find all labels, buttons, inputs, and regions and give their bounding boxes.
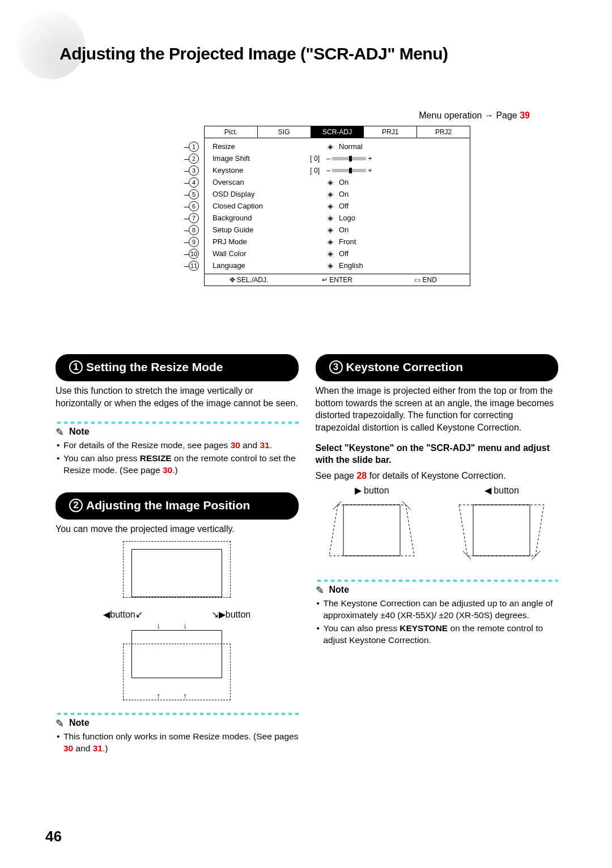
osd-row-name: Language: [208, 261, 273, 270]
section2-number: 2: [69, 499, 83, 512]
osd-tab: SIG: [258, 126, 311, 138]
section2-note-list: This function only works in some Resize …: [56, 729, 299, 755]
osd-tab: SCR-ADJ: [311, 126, 364, 138]
section1-note-list: For details of the Resize mode, see page…: [56, 437, 299, 476]
note-icon: ✎: [316, 584, 327, 595]
note-icon: ✎: [56, 426, 67, 437]
osd-row-name: Overscan: [208, 178, 273, 186]
trapezoid-icon: [456, 499, 547, 561]
osd-row: OSD Display◈On: [208, 188, 466, 200]
osd-row-slider: –+: [324, 166, 466, 175]
osd-row-name: Background: [208, 214, 273, 222]
diamond-arrow-icon: ◈: [324, 237, 337, 246]
right-column: 3Keystone Correction When the image is p…: [316, 354, 559, 756]
osd-footer-enter: ↵ ENTER: [293, 274, 381, 286]
osd-row-mid: [ 0]: [273, 155, 324, 163]
right-triangle-icon: ▶: [355, 486, 362, 495]
osd-tabs: Pict.SIGSCR-ADJPRJ1PRJ2: [205, 126, 470, 138]
osd-row-value: On: [337, 190, 466, 198]
list-item: You can also press KEYSTONE on the remot…: [317, 623, 559, 646]
svg-marker-4: [459, 505, 544, 556]
osd-footer-end: ▭ END: [381, 274, 470, 286]
svg-marker-5: [473, 505, 530, 556]
osd-row-number: 1: [189, 142, 199, 152]
osd-row-number: 5: [189, 189, 199, 199]
page-number: 46: [45, 828, 62, 845]
osd-row-name: OSD Display: [208, 190, 273, 198]
section2-header: 2Adjusting the Image Position: [56, 492, 299, 520]
section1-title: Setting the Resize Mode: [86, 360, 223, 373]
osd-row-number: 10: [189, 249, 199, 259]
osd-tab: Pict.: [205, 126, 258, 138]
list-item: You can also press RESIZE on the remote …: [57, 453, 299, 476]
button-label: button: [494, 486, 518, 495]
osd-tab: PRJ2: [417, 126, 470, 138]
list-item: For details of the Resize mode, see page…: [57, 440, 299, 452]
section3-note-list: The Keystone Correction can be adjusted …: [316, 595, 559, 646]
menu-operation-ref: Menu operation → Page 39: [419, 110, 530, 121]
page-title: Adjusting the Projected Image ("SCR-ADJ"…: [60, 44, 448, 63]
left-triangle-icon: ◀: [103, 609, 110, 620]
section2-title: Adjusting the Image Position: [86, 499, 250, 512]
osd-row: PRJ Mode◈Front: [208, 236, 466, 248]
osd-row: Background◈Logo: [208, 212, 466, 224]
section3-seeline: See page 28 for details of Keystone Corr…: [316, 470, 559, 482]
osd-row-name: Image Shift: [208, 154, 273, 163]
section3-header: 3Keystone Correction: [316, 354, 559, 381]
osd-footer: ✥ SEL./ADJ. ↵ ENTER ▭ END: [205, 274, 470, 286]
osd-row-value: On: [337, 178, 466, 186]
osd-row-name: Setup Guide: [208, 225, 273, 234]
section1-para: Use this function to stretch the image v…: [56, 385, 299, 409]
osd-row: Image Shift[ 0]–+: [208, 152, 466, 164]
note-label: Note: [329, 585, 350, 595]
arrow-se-icon: ↘: [211, 609, 219, 620]
list-item: The Keystone Correction can be adjusted …: [317, 598, 559, 622]
osd-rows: Resize◈NormalImage Shift[ 0]–+Keystone[ …: [205, 138, 470, 274]
osd-row-number: 7: [189, 213, 199, 223]
section1-header: 1Setting the Resize Mode: [56, 354, 299, 381]
osd-row-value: Logo: [337, 214, 466, 222]
trapezoid-icon: [326, 499, 417, 561]
diamond-arrow-icon: ◈: [324, 142, 337, 151]
osd-row-value: Off: [337, 249, 466, 258]
section2-note: ✎ Note This function only works in some …: [56, 712, 299, 755]
osd-row-number: 2: [189, 154, 199, 164]
osd-row-number: 9: [189, 237, 199, 247]
button-label-right: button: [226, 610, 250, 620]
svg-marker-1: [343, 505, 400, 556]
osd-row-name: Closed Caption: [208, 202, 273, 210]
osd-row-number: 6: [189, 201, 199, 211]
section1-number: 1: [69, 360, 83, 374]
list-item: This function only works in some Resize …: [57, 731, 299, 755]
osd-row-mid: [ 0]: [273, 167, 324, 175]
diamond-arrow-icon: ◈: [324, 190, 337, 198]
section3-para: When the image is projected either from …: [316, 385, 559, 433]
left-column: 1Setting the Resize Mode Use this functi…: [56, 354, 299, 756]
diamond-arrow-icon: ◈: [324, 249, 337, 258]
osd-row-value: Off: [337, 202, 466, 210]
osd-row-number: 3: [189, 165, 199, 176]
svg-line-3: [402, 501, 410, 509]
osd-row-name: Wall Color: [208, 249, 273, 258]
diamond-arrow-icon: ◈: [324, 261, 337, 270]
osd-row: Language◈English: [208, 259, 466, 271]
section3-note: ✎ Note The Keystone Correction can be ad…: [316, 578, 559, 646]
diamond-arrow-icon: ◈: [324, 214, 337, 222]
osd-row: Keystone[ 0]–+: [208, 164, 466, 176]
osd-row-name: Keystone: [208, 166, 273, 175]
image-shift-diagram: ◀ button ↙ ↘ ▶ button ↓ ↓ ↑ ↑: [97, 541, 256, 700]
osd-row-name: PRJ Mode: [208, 237, 273, 246]
osd-row: Wall Color◈Off: [208, 248, 466, 259]
svg-line-7: [532, 551, 540, 559]
button-label: button: [364, 486, 389, 495]
osd-row: Setup Guide◈On: [208, 224, 466, 236]
osd-row-slider: –+: [324, 154, 466, 163]
osd-row-value: On: [337, 225, 466, 234]
section3-number: 3: [329, 360, 343, 374]
osd-row-name: Resize: [208, 142, 273, 151]
arrow-sw-icon: ↙: [135, 609, 143, 620]
left-triangle-icon: ◀: [484, 486, 491, 495]
section2-para: You can move the projected image vertica…: [56, 523, 299, 535]
menu-op-label: Menu operation: [419, 110, 482, 120]
section1-note: ✎ Note For details of the Resize mode, s…: [56, 420, 299, 476]
